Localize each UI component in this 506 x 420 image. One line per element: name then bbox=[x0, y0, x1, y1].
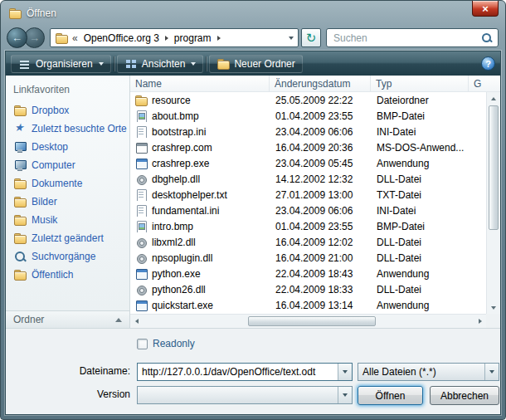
sidebar-item-dropbox[interactable]: Dropbox bbox=[6, 101, 129, 120]
open-button[interactable]: Öffnen bbox=[358, 386, 423, 405]
table-row[interactable]: dbghelp.dll 14.12.2002 12:32 DLL-Datei bbox=[130, 171, 486, 187]
table-row[interactable]: fundamental.ini 23.04.2009 06:06 INI-Dat… bbox=[130, 203, 486, 218]
scroll-up-icon[interactable] bbox=[487, 92, 500, 105]
dialog-client-area: Organisieren Ansichten Neuer Ordner ? Li… bbox=[5, 51, 501, 415]
file-date: 16.04.2009 20:36 bbox=[270, 142, 371, 154]
close-button[interactable]: × bbox=[472, 1, 499, 17]
column-header-size[interactable]: G bbox=[469, 76, 500, 91]
table-row[interactable]: python26.dll 22.04.2009 18:33 DLL-Datei bbox=[130, 281, 486, 297]
table-row[interactable]: about.bmp 01.04.2009 23:55 BMP-Datei bbox=[130, 108, 486, 124]
sidebar-item-music[interactable]: Musik bbox=[6, 211, 129, 229]
breadcrumb-item[interactable]: OpenOffice.org 3 bbox=[82, 32, 161, 44]
table-row[interactable]: crashrep.exe 23.04.2009 05:45 Anwendung bbox=[130, 155, 486, 171]
version-dropdown-button[interactable] bbox=[338, 387, 352, 403]
table-row[interactable]: libxml2.dll 16.04.2009 12:02 DLL-Datei bbox=[130, 234, 486, 250]
ini-file-icon bbox=[134, 205, 148, 217]
version-value bbox=[138, 387, 338, 403]
filename-combobox[interactable] bbox=[137, 363, 353, 381]
sidebar-item-pictures[interactable]: Bilder bbox=[6, 193, 129, 211]
file-type: TXT-Datei bbox=[371, 189, 469, 201]
table-row[interactable]: npsoplugin.dll 16.04.2009 21:00 DLL-Date… bbox=[130, 250, 486, 266]
scroll-left-icon[interactable] bbox=[130, 315, 143, 328]
refresh-button[interactable]: ↻ bbox=[301, 28, 321, 47]
horizontal-scrollbar[interactable] bbox=[130, 314, 486, 328]
breadcrumb-overflow[interactable]: « bbox=[72, 32, 78, 44]
search-box[interactable] bbox=[326, 28, 499, 47]
file-date: 27.01.2009 13:00 bbox=[270, 189, 371, 201]
help-button[interactable]: ? bbox=[481, 56, 495, 71]
filename-input[interactable] bbox=[138, 364, 338, 380]
filetype-combobox[interactable]: Alle Dateien (*.*) bbox=[358, 363, 499, 381]
scroll-right-icon[interactable] bbox=[474, 315, 486, 328]
scroll-down-icon[interactable] bbox=[487, 301, 500, 314]
sidebar-item-recent-places[interactable]: Zuletzt besuchte Orte bbox=[6, 120, 129, 138]
file-name: crashrep.exe bbox=[152, 158, 209, 169]
back-button[interactable]: ← bbox=[7, 27, 27, 48]
toolbar-separator bbox=[114, 56, 114, 71]
sidebar-item-desktop[interactable]: Desktop bbox=[6, 138, 129, 156]
table-row[interactable]: resource 25.05.2009 22:22 Dateiordner bbox=[130, 92, 486, 108]
column-header-type[interactable]: Typ bbox=[371, 76, 469, 91]
sidebar-item-computer[interactable]: Computer bbox=[6, 156, 129, 174]
filetype-dropdown-button[interactable] bbox=[484, 364, 499, 380]
folders-band[interactable]: Ordner bbox=[6, 310, 129, 328]
file-type: Anwendung bbox=[371, 268, 469, 280]
scrollbar-corner bbox=[486, 314, 500, 328]
search-input[interactable] bbox=[332, 32, 481, 45]
file-date: 25.05.2009 22:22 bbox=[270, 95, 371, 106]
horizontal-scroll-thumb[interactable] bbox=[248, 316, 376, 326]
version-combobox[interactable] bbox=[137, 386, 353, 404]
file-date: 23.04.2009 06:06 bbox=[270, 205, 371, 217]
column-header-date[interactable]: Änderungsdatum bbox=[270, 76, 371, 91]
ini-file-icon bbox=[134, 126, 148, 138]
views-icon bbox=[124, 58, 138, 70]
column-header-name[interactable]: Name bbox=[130, 76, 270, 91]
folders-band-label: Ordner bbox=[13, 314, 44, 325]
file-date: 14.12.2002 12:32 bbox=[270, 173, 371, 185]
close-icon: × bbox=[482, 3, 489, 14]
new-folder-button[interactable]: Neuer Ordner bbox=[209, 55, 302, 73]
sidebar-item-documents[interactable]: Dokumente bbox=[6, 174, 129, 193]
folder-icon bbox=[134, 95, 148, 106]
chevron-up-icon bbox=[115, 318, 122, 322]
breadcrumb-item[interactable]: program bbox=[173, 32, 213, 44]
filetype-value: Alle Dateien (*.*) bbox=[358, 364, 484, 380]
sidebar-item-recently-changed[interactable]: Zuletzt geändert bbox=[6, 229, 129, 247]
table-row[interactable]: intro.bmp 01.04.2009 23:55 BMP-Datei bbox=[130, 218, 486, 234]
breadcrumb-dropdown-icon[interactable] bbox=[289, 37, 294, 40]
search-icon[interactable] bbox=[481, 32, 493, 44]
file-name: about.bmp bbox=[152, 110, 199, 122]
table-row[interactable]: crashrep.com 16.04.2009 20:36 MS-DOS-Anw… bbox=[130, 139, 486, 155]
sidebar-item-label: Desktop bbox=[32, 141, 68, 153]
sidebar-item-public[interactable]: Öffentlich bbox=[6, 266, 129, 284]
app-icon bbox=[134, 268, 148, 280]
organize-button[interactable]: Organisieren bbox=[11, 55, 111, 73]
file-name: fundamental.ini bbox=[152, 205, 219, 217]
readonly-checkbox[interactable] bbox=[137, 339, 148, 349]
desktop-icon bbox=[13, 141, 27, 153]
sidebar-item-searches[interactable]: Suchvorgänge bbox=[6, 247, 129, 266]
file-name: quickstart.exe bbox=[152, 300, 213, 311]
table-row[interactable]: desktophelper.txt 27.01.2009 13:00 TXT-D… bbox=[130, 187, 486, 203]
chevron-right-icon[interactable] bbox=[165, 36, 168, 41]
main-area: Linkfavoriten Dropbox Zuletzt besuchte O… bbox=[6, 76, 500, 328]
computer-icon bbox=[13, 159, 27, 171]
file-type: INI-Datei bbox=[371, 205, 469, 217]
filename-dropdown-button[interactable] bbox=[338, 364, 352, 380]
file-name: resource bbox=[152, 95, 191, 106]
table-row[interactable]: python.exe 22.04.2009 18:43 Anwendung bbox=[130, 266, 486, 281]
file-date: 22.04.2009 18:33 bbox=[270, 284, 371, 295]
dialog-footer: Readonly Dateiname: Alle Dateien (*.*) V… bbox=[6, 328, 500, 414]
vertical-scroll-thumb[interactable] bbox=[489, 105, 499, 230]
cancel-button[interactable]: Abbrechen bbox=[430, 386, 499, 405]
filename-label: Dateiname: bbox=[6, 365, 130, 377]
table-row[interactable]: bootstrap.ini 23.04.2009 06:06 INI-Datei bbox=[130, 124, 486, 139]
vertical-scrollbar[interactable] bbox=[486, 92, 500, 314]
views-button[interactable]: Ansichten bbox=[117, 55, 204, 73]
text-file-icon bbox=[134, 189, 148, 201]
chevron-right-icon[interactable] bbox=[217, 36, 221, 41]
file-name: python26.dll bbox=[152, 284, 206, 295]
table-row[interactable]: quickstart.exe 16.04.2009 13:14 Anwendun… bbox=[130, 297, 486, 313]
breadcrumb[interactable]: « OpenOffice.org 3 program bbox=[50, 28, 299, 47]
readonly-label[interactable]: Readonly bbox=[153, 338, 195, 349]
